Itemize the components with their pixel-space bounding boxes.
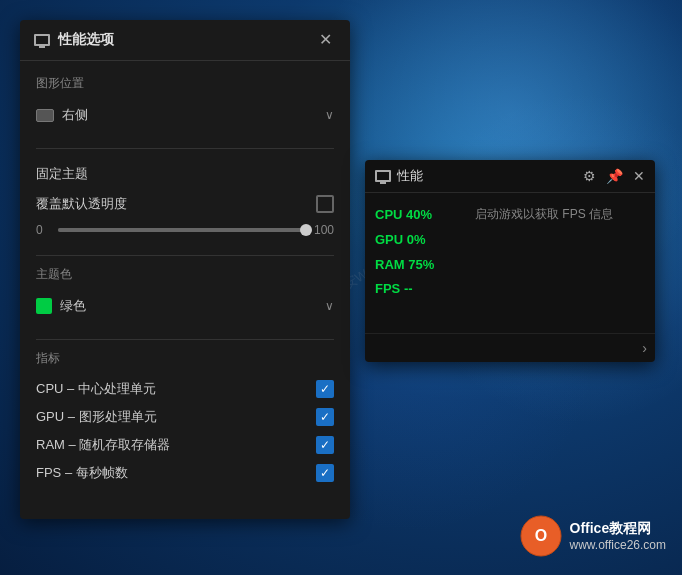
perf-pin-icon[interactable]: 📌 <box>606 168 623 184</box>
perf-header-left: 性能 <box>375 167 423 185</box>
divider-3 <box>36 339 334 340</box>
perf-expand-btn[interactable]: › <box>642 340 647 356</box>
checkmark-gpu: ✓ <box>320 411 330 423</box>
indicator-fps-label: FPS – 每秒帧数 <box>36 464 128 482</box>
slider-min: 0 <box>36 223 50 237</box>
theme-color-section: 主题色 绿色 ∨ <box>36 266 334 321</box>
divider-1 <box>36 148 334 149</box>
options-panel-title-group: 性能选项 <box>34 31 114 49</box>
opacity-checkbox[interactable] <box>316 195 334 213</box>
color-swatch <box>36 298 52 314</box>
small-monitor-icon <box>36 109 54 122</box>
stat-ram: RAM 75% <box>375 255 465 276</box>
slider-thumb[interactable] <box>300 224 312 236</box>
theme-color-chevron: ∨ <box>325 299 334 313</box>
indicator-cpu-checkbox[interactable]: ✓ <box>316 380 334 398</box>
options-panel-title: 性能选项 <box>58 31 114 49</box>
opacity-label: 覆盖默认透明度 <box>36 195 127 213</box>
perf-header-icons: ⚙ 📌 ✕ <box>583 168 645 184</box>
indicators-label: 指标 <box>36 350 334 367</box>
indicator-cpu-label: CPU – 中心处理单元 <box>36 380 156 398</box>
graph-position-value-group: 右侧 <box>36 106 88 124</box>
options-panel-body: 图形位置 右侧 ∨ 固定主题 覆盖默认透明度 <box>20 61 350 519</box>
options-panel-header: 性能选项 ✕ <box>20 20 350 61</box>
pin-theme-row: 固定主题 <box>36 159 334 189</box>
indicator-gpu-label: GPU – 图形处理单元 <box>36 408 157 426</box>
theme-color-value-group: 绿色 <box>36 297 86 315</box>
theme-color-label: 主题色 <box>36 266 334 283</box>
logo-area: O Office教程网 www.office26.com <box>520 515 667 557</box>
pin-theme-section: 固定主题 覆盖默认透明度 0 100 <box>36 159 334 237</box>
stat-gpu: GPU 0% <box>375 230 465 251</box>
perf-info-text: 启动游戏以获取 FPS 信息 <box>475 205 613 223</box>
indicators-section: 指标 CPU – 中心处理单元 ✓ GPU – 图形处理单元 ✓ RAM – 随… <box>36 350 334 487</box>
checkmark-ram: ✓ <box>320 439 330 451</box>
pin-theme-label: 固定主题 <box>36 165 88 183</box>
slider-row: 0 100 <box>36 223 334 237</box>
logo-line1: Office教程网 <box>570 520 667 538</box>
options-panel-close[interactable]: ✕ <box>315 30 336 50</box>
graph-position-row[interactable]: 右侧 ∨ <box>36 100 334 130</box>
monitor-icon <box>34 34 50 46</box>
perf-footer: › <box>365 333 655 362</box>
svg-text:O: O <box>534 527 546 544</box>
slider-fill <box>58 228 306 232</box>
theme-color-value: 绿色 <box>60 297 86 315</box>
graph-position-chevron: ∨ <box>325 108 334 122</box>
perf-panel: 性能 ⚙ 📌 ✕ CPU 40% GPU 0% RAM 75% FPS -- 启… <box>365 160 655 362</box>
perf-close-icon[interactable]: ✕ <box>633 168 645 184</box>
opacity-row: 覆盖默认透明度 <box>36 189 334 219</box>
stat-fps: FPS -- <box>375 279 465 300</box>
theme-color-row[interactable]: 绿色 ∨ <box>36 291 334 321</box>
stat-cpu: CPU 40% <box>375 205 465 226</box>
indicator-ram-row: RAM – 随机存取存储器 ✓ <box>36 431 334 459</box>
slider-track[interactable] <box>58 228 306 232</box>
slider-max: 100 <box>314 223 334 237</box>
indicator-fps-row: FPS – 每秒帧数 ✓ <box>36 459 334 487</box>
perf-info: 启动游戏以获取 FPS 信息 <box>465 205 645 321</box>
perf-title: 性能 <box>397 167 423 185</box>
divider-2 <box>36 255 334 256</box>
checkmark-fps: ✓ <box>320 467 330 479</box>
indicator-ram-label: RAM – 随机存取存储器 <box>36 436 170 454</box>
perf-settings-icon[interactable]: ⚙ <box>583 168 596 184</box>
options-panel: 性能选项 ✕ 图形位置 右侧 ∨ 固定主题 覆盖默认透明 <box>20 20 350 519</box>
indicator-gpu-checkbox[interactable]: ✓ <box>316 408 334 426</box>
perf-header: 性能 ⚙ 📌 ✕ <box>365 160 655 193</box>
opacity-section: 覆盖默认透明度 0 100 <box>36 189 334 237</box>
graph-position-label: 图形位置 <box>36 75 334 92</box>
indicator-ram-checkbox[interactable]: ✓ <box>316 436 334 454</box>
checkmark-cpu: ✓ <box>320 383 330 395</box>
indicator-gpu-row: GPU – 图形处理单元 ✓ <box>36 403 334 431</box>
perf-stats: CPU 40% GPU 0% RAM 75% FPS -- <box>375 205 465 321</box>
indicator-fps-checkbox[interactable]: ✓ <box>316 464 334 482</box>
logo-text: Office教程网 www.office26.com <box>570 520 667 552</box>
indicator-cpu-row: CPU – 中心处理单元 ✓ <box>36 375 334 403</box>
graph-position-value: 右侧 <box>62 106 88 124</box>
graph-position-section: 图形位置 右侧 ∨ <box>36 75 334 130</box>
office-logo-icon: O <box>520 515 562 557</box>
logo-line2: www.office26.com <box>570 538 667 552</box>
perf-monitor-icon <box>375 170 391 182</box>
perf-body: CPU 40% GPU 0% RAM 75% FPS -- 启动游戏以获取 FP… <box>365 193 655 333</box>
